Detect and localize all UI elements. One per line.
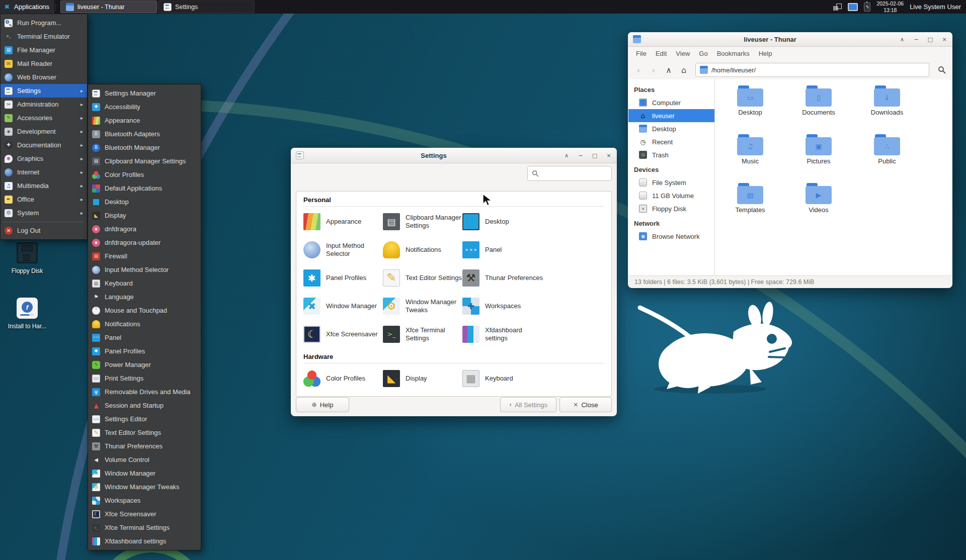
submenu-item[interactable]: Appearance [88, 114, 201, 127]
panel-clock[interactable]: 2025-02-06 13:18 [876, 1, 904, 13]
menu-item[interactable]: ♫ Multimedia ▸ [1, 179, 87, 193]
submenu-item[interactable]: ✎ Text Editor Settings [88, 426, 201, 439]
submenu-item[interactable]: ▲ Session and Startup [88, 399, 201, 412]
workspace-switcher-icon[interactable] [833, 4, 842, 11]
submenu-item[interactable]: >_ Xfce Terminal Settings [88, 521, 201, 534]
sidebar-item[interactable]: Network [628, 217, 714, 230]
menu-item[interactable]: ◆ Development ▸ [1, 125, 87, 138]
menu-item[interactable]: >_ Terminal Emulator ▸ [1, 30, 87, 43]
submenu-item[interactable]: Notifications [88, 317, 201, 331]
taskbar-window-button[interactable]: liveuser - Thunar [60, 1, 157, 13]
settings-item[interactable]: ϟ Power Manager [383, 393, 462, 397]
submenu-item[interactable]: Input Method Selector [88, 263, 201, 276]
menu-item[interactable]: ⚙ System ▸ [1, 206, 87, 220]
sidebar-item[interactable]: File System [628, 176, 714, 189]
search-icon[interactable] [935, 63, 948, 76]
submenu-item[interactable]: ✚ Workspaces [88, 494, 201, 507]
submenu-item[interactable]: ϟ Power Manager [88, 358, 201, 371]
window-control-icon[interactable]: × [941, 36, 947, 43]
menu-item[interactable]: Settings ▸ [1, 84, 87, 98]
settings-item[interactable]: ▦ Keyboard [462, 364, 604, 393]
folder-item[interactable]: ↓ Downloads [853, 85, 921, 134]
window-control-icon[interactable]: □ [592, 152, 598, 159]
back-icon[interactable]: ‹ [632, 63, 645, 76]
settings-item[interactable]: Color Profiles [303, 364, 383, 393]
menubar-item[interactable]: View [672, 49, 694, 58]
submenu-item[interactable]: ⚙ Window Manager Tweaks [88, 480, 201, 494]
submenu-item[interactable]: ⚒ Thunar Preferences [88, 439, 201, 453]
submenu-item[interactable]: ψ Removable Drives and Media [88, 385, 201, 399]
window-control-icon[interactable]: ∧ [899, 36, 905, 43]
settings-item[interactable]: Appearance [303, 208, 383, 236]
up-icon[interactable]: ∧ [662, 63, 675, 76]
folder-item[interactable]: ∴ Public [853, 134, 921, 183]
submenu-item[interactable]: ◆ dnfdragora [88, 222, 201, 236]
settings-item[interactable]: ⚒ Thunar Preferences [462, 264, 604, 292]
submenu-item[interactable]: ◆ dnfdragora-updater [88, 236, 201, 249]
sidebar-item[interactable]: ⌂ liveuser [628, 109, 714, 122]
settings-item[interactable]: ✖ Window Manager [303, 292, 383, 320]
thunar-titlebar[interactable]: liveuser - Thunar ∧−□× [628, 32, 952, 47]
submenu-item[interactable]: ▤ Clipboard Manager Settings [88, 154, 201, 168]
menubar-item[interactable]: File [632, 49, 651, 58]
settings-item[interactable]: >_ Xfce Terminal Settings [383, 320, 462, 348]
settings-item[interactable]: ◣ Display [383, 364, 462, 393]
submenu-item[interactable]: </> Settings Editor [88, 412, 201, 426]
folder-item[interactable]: ▭ Desktop [716, 85, 784, 134]
submenu-item[interactable]: Default Applications [88, 181, 201, 195]
search-input[interactable] [542, 169, 607, 178]
settings-item[interactable]: Xfdashboard settings [462, 320, 604, 348]
sidebar-item[interactable]: ◷ Recent [628, 135, 714, 148]
menubar-item[interactable]: Edit [652, 49, 671, 58]
battery-tray-icon[interactable]: ϟ [864, 3, 870, 12]
menu-item[interactable]: ✎ Accessories ▸ [1, 111, 87, 125]
settings-item[interactable]: Desktop [462, 208, 604, 236]
menu-item[interactable]: Run Program... ▸ [1, 16, 87, 30]
submenu-item[interactable]: ✖ Window Manager [88, 466, 201, 480]
sidebar-item[interactable]: Places [628, 83, 714, 96]
submenu-item[interactable]: ▦ Keyboard [88, 276, 201, 290]
menubar-item[interactable]: Help [755, 49, 776, 58]
settings-item[interactable]: Input Method Selector [303, 236, 383, 264]
forward-icon[interactable]: › [647, 63, 660, 76]
folder-item[interactable]: ▯ Documents [784, 85, 853, 134]
help-button[interactable]: ⊕ Help [296, 397, 349, 412]
sidebar-item[interactable]: Desktop [628, 122, 714, 135]
settings-item[interactable]: ✚ Workspaces [462, 292, 604, 320]
menu-item[interactable]: ✂ Administration ▸ [1, 98, 87, 111]
submenu-item[interactable]: Desktop [88, 195, 201, 209]
settings-item[interactable]: ⚙ Window Manager Tweaks [383, 292, 462, 320]
settings-item[interactable]: ••• Panel [462, 236, 604, 264]
settings-item[interactable]: ✱ Panel Profiles [303, 264, 383, 292]
menu-item[interactable]: ✉ Mail Reader ▸ [1, 57, 87, 70]
submenu-item[interactable]: Color Profiles [88, 168, 201, 181]
menu-item[interactable]: ✱ Graphics ▸ [1, 152, 87, 165]
sidebar-item[interactable]: Computer [628, 96, 714, 109]
submenu-item[interactable]: ••• Panel [88, 331, 201, 344]
window-control-icon[interactable]: □ [927, 36, 933, 43]
submenu-item[interactable]: ✚ Accessibility [88, 100, 201, 114]
submenu-item[interactable]: Settings Manager [88, 86, 201, 100]
settings-item[interactable]: Mouse and Touchpad [303, 393, 383, 397]
window-control-icon[interactable]: − [578, 152, 584, 159]
folder-item[interactable]: ▶ Videos [784, 183, 853, 232]
submenu-item[interactable]: B Bluetooth Adapters [88, 127, 201, 141]
sidebar-item[interactable]: ♻ Trash [628, 148, 714, 161]
settings-item[interactable]: ▤ Clipboard Manager Settings [383, 208, 462, 236]
display-tray-icon[interactable] [848, 3, 858, 11]
window-control-icon[interactable]: ∧ [564, 152, 570, 159]
menu-item[interactable]: Web Browser ▸ [1, 70, 87, 84]
submenu-item[interactable]: Mouse and Touchpad [88, 304, 201, 317]
submenu-item[interactable]: ✱ Panel Profiles [88, 344, 201, 358]
submenu-item[interactable]: ◣ Display [88, 209, 201, 222]
desktop-icon-installer[interactable]: f Install to Har... [2, 298, 52, 330]
submenu-item[interactable]: ◀ Volume Control [88, 453, 201, 466]
sidebar-item[interactable]: Devices [628, 163, 714, 176]
submenu-item[interactable]: ▭ Print Settings [88, 371, 201, 385]
applications-menu-button[interactable]: ✖ Applications [0, 0, 54, 14]
menubar-item[interactable]: Go [695, 49, 711, 58]
settings-item[interactable]: ☾ Xfce Screensaver [303, 320, 383, 348]
window-control-icon[interactable]: − [913, 36, 919, 43]
submenu-item[interactable]: ⚑ Language [88, 290, 201, 304]
submenu-item[interactable]: Xfdashboard settings [88, 534, 201, 548]
